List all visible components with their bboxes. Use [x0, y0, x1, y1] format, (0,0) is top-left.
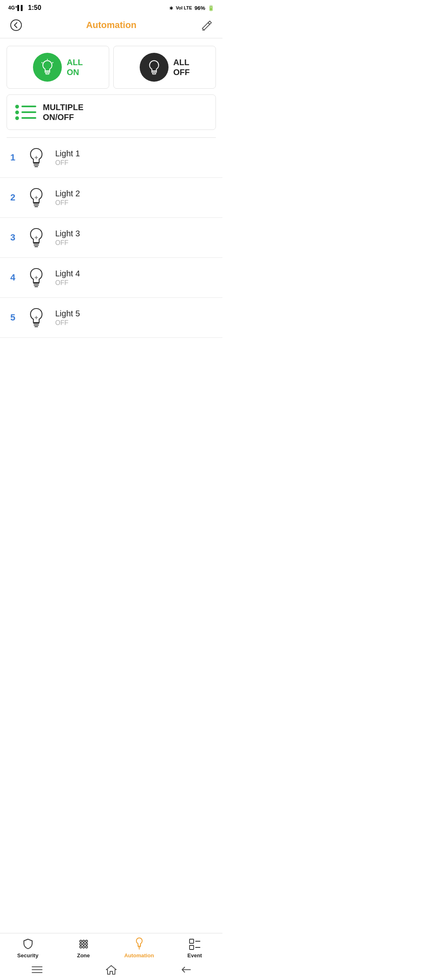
- light-item-4[interactable]: 4 Light 4 OFF: [0, 258, 222, 298]
- status-bar: 4G⁺▌▌ 1:50 ∗ Vol LTE 96% 🔋: [0, 0, 222, 14]
- page-title: Automation: [24, 20, 199, 31]
- light-number-4: 4: [8, 272, 17, 283]
- all-off-label: ALL OFF: [173, 57, 190, 77]
- light-bulb-icon-3: [24, 225, 49, 250]
- light-name-3: Light 3: [55, 229, 214, 238]
- multiple-onoff-button[interactable]: MULTIPLE ON/OFF: [7, 94, 216, 130]
- svg-rect-7: [152, 71, 157, 73]
- light-number-1: 1: [8, 152, 17, 163]
- svg-point-0: [11, 20, 21, 31]
- quick-action-row: ALL ON ALL OFF: [0, 38, 222, 93]
- volte-icon: Vol LTE: [176, 5, 192, 10]
- multiple-icon: [15, 105, 36, 120]
- all-on-button[interactable]: ALL ON: [7, 46, 109, 89]
- light-info-2: Light 2 OFF: [55, 189, 214, 207]
- light-item-1[interactable]: 1 Light 1 OFF: [0, 138, 222, 178]
- light-bulb-icon-4: [24, 265, 49, 290]
- light-bulb-icon-5: [24, 305, 49, 330]
- status-left: 4G⁺▌▌ 1:50: [8, 4, 41, 12]
- signal-icon: 4G⁺▌▌: [8, 5, 24, 11]
- svg-rect-2: [45, 71, 50, 73]
- light-item-3[interactable]: 3 Light 3 OFF: [0, 218, 222, 258]
- light-info-4: Light 4 OFF: [55, 269, 214, 287]
- svg-rect-8: [152, 73, 156, 74]
- light-info-5: Light 5 OFF: [55, 309, 214, 327]
- time: 1:50: [28, 4, 41, 12]
- app-header: Automation: [0, 14, 222, 38]
- multiple-label: MULTIPLE ON/OFF: [43, 102, 84, 122]
- light-name-4: Light 4: [55, 269, 214, 278]
- light-status-2: OFF: [55, 199, 214, 207]
- all-on-icon: [33, 53, 62, 82]
- light-number-3: 3: [8, 232, 17, 243]
- light-info-1: Light 1 OFF: [55, 149, 214, 167]
- light-status-1: OFF: [55, 159, 214, 167]
- light-name-5: Light 5: [55, 309, 214, 318]
- light-status-3: OFF: [55, 239, 214, 247]
- all-off-icon: [140, 53, 169, 82]
- light-info-3: Light 3 OFF: [55, 229, 214, 247]
- light-list: 1 Light 1 OFF 2: [0, 138, 222, 338]
- svg-line-6: [52, 62, 53, 63]
- light-bulb-icon-1: [24, 145, 49, 170]
- back-button[interactable]: [8, 17, 24, 33]
- light-name-2: Light 2: [55, 189, 214, 198]
- light-name-1: Light 1: [55, 149, 214, 158]
- light-status-5: OFF: [55, 319, 214, 327]
- battery-icon: 🔋: [208, 5, 214, 11]
- light-bulb-icon-2: [24, 185, 49, 210]
- edit-button[interactable]: [199, 17, 214, 33]
- battery-percent: 96%: [194, 5, 205, 11]
- svg-line-5: [42, 62, 42, 63]
- svg-rect-3: [46, 73, 49, 74]
- all-on-label: ALL ON: [67, 57, 83, 77]
- light-number-2: 2: [8, 192, 17, 203]
- light-item-2[interactable]: 2 Light 2 OFF: [0, 178, 222, 218]
- light-number-5: 5: [8, 312, 17, 323]
- status-right: ∗ Vol LTE 96% 🔋: [169, 5, 214, 11]
- light-item-5[interactable]: 5 Light 5 OFF: [0, 298, 222, 338]
- light-status-4: OFF: [55, 279, 214, 287]
- all-off-button[interactable]: ALL OFF: [113, 46, 216, 89]
- bluetooth-icon: ∗: [169, 5, 173, 11]
